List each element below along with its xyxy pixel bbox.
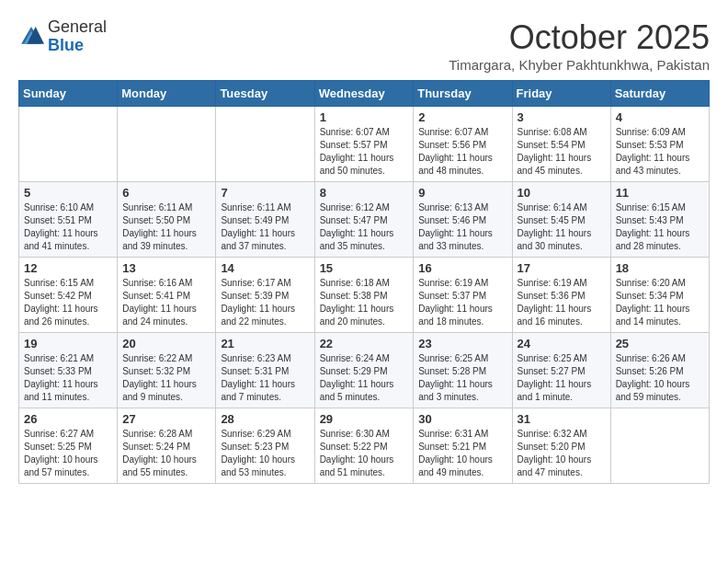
col-wednesday: Wednesday: [314, 81, 414, 107]
day-number: 4: [616, 110, 704, 124]
calendar-cell: 24Sunrise: 6:25 AM Sunset: 5:27 PM Dayli…: [512, 333, 610, 408]
calendar-cell: 1Sunrise: 6:07 AM Sunset: 5:57 PM Daylig…: [314, 107, 414, 182]
calendar-week-1: 5Sunrise: 6:10 AM Sunset: 5:51 PM Daylig…: [19, 182, 710, 258]
col-tuesday: Tuesday: [216, 81, 314, 107]
day-info: Sunrise: 6:30 AM Sunset: 5:22 PM Dayligh…: [320, 428, 409, 479]
calendar-cell: 23Sunrise: 6:25 AM Sunset: 5:28 PM Dayli…: [414, 333, 512, 408]
col-thursday: Thursday: [414, 81, 512, 107]
month-title: October 2025: [449, 18, 710, 57]
day-info: Sunrise: 6:21 AM Sunset: 5:33 PM Dayligh…: [24, 352, 112, 404]
day-info: Sunrise: 6:17 AM Sunset: 5:39 PM Dayligh…: [221, 277, 309, 328]
day-info: Sunrise: 6:29 AM Sunset: 5:23 PM Dayligh…: [221, 428, 309, 479]
day-number: 9: [418, 186, 506, 200]
calendar-cell: 14Sunrise: 6:17 AM Sunset: 5:39 PM Dayli…: [216, 258, 314, 333]
calendar-cell: 4Sunrise: 6:09 AM Sunset: 5:53 PM Daylig…: [610, 107, 709, 182]
calendar-table: Sunday Monday Tuesday Wednesday Thursday…: [18, 80, 710, 484]
calendar-week-3: 19Sunrise: 6:21 AM Sunset: 5:33 PM Dayli…: [19, 333, 710, 408]
day-info: Sunrise: 6:20 AM Sunset: 5:34 PM Dayligh…: [616, 277, 704, 328]
calendar-cell: 11Sunrise: 6:15 AM Sunset: 5:43 PM Dayli…: [610, 182, 709, 258]
day-number: 8: [320, 186, 409, 200]
col-friday: Friday: [512, 81, 610, 107]
day-number: 14: [221, 261, 309, 275]
day-info: Sunrise: 6:11 AM Sunset: 5:49 PM Dayligh…: [221, 201, 309, 253]
day-number: 17: [518, 261, 606, 275]
logo-text: General Blue: [48, 18, 107, 55]
day-number: 2: [418, 110, 506, 124]
calendar-cell: 5Sunrise: 6:10 AM Sunset: 5:51 PM Daylig…: [19, 182, 118, 258]
calendar-cell: 28Sunrise: 6:29 AM Sunset: 5:23 PM Dayli…: [216, 408, 314, 484]
calendar-cell: [216, 107, 314, 182]
calendar-cell: 31Sunrise: 6:32 AM Sunset: 5:20 PM Dayli…: [512, 408, 610, 484]
calendar-cell: [19, 107, 118, 182]
calendar-cell: 16Sunrise: 6:19 AM Sunset: 5:37 PM Dayli…: [414, 258, 512, 333]
day-info: Sunrise: 6:07 AM Sunset: 5:57 PM Dayligh…: [320, 126, 409, 178]
day-info: Sunrise: 6:22 AM Sunset: 5:32 PM Dayligh…: [122, 352, 210, 404]
day-number: 30: [418, 412, 506, 426]
logo-icon: [18, 24, 44, 50]
day-number: 21: [221, 337, 309, 350]
day-info: Sunrise: 6:15 AM Sunset: 5:43 PM Dayligh…: [616, 201, 704, 253]
calendar-cell: 22Sunrise: 6:24 AM Sunset: 5:29 PM Dayli…: [314, 333, 414, 408]
calendar-cell: [610, 408, 709, 484]
location-title: Timargara, Khyber Pakhtunkhwa, Pakistan: [449, 57, 710, 73]
calendar-cell: 6Sunrise: 6:11 AM Sunset: 5:50 PM Daylig…: [118, 182, 216, 258]
day-info: Sunrise: 6:27 AM Sunset: 5:25 PM Dayligh…: [24, 428, 112, 479]
day-info: Sunrise: 6:08 AM Sunset: 5:54 PM Dayligh…: [518, 126, 606, 178]
calendar-cell: 2Sunrise: 6:07 AM Sunset: 5:56 PM Daylig…: [414, 107, 512, 182]
calendar-cell: 18Sunrise: 6:20 AM Sunset: 5:34 PM Dayli…: [610, 258, 709, 333]
calendar-cell: 10Sunrise: 6:14 AM Sunset: 5:45 PM Dayli…: [512, 182, 610, 258]
day-number: 11: [616, 186, 704, 200]
day-number: 31: [518, 412, 606, 426]
day-number: 3: [518, 110, 606, 124]
day-info: Sunrise: 6:11 AM Sunset: 5:50 PM Dayligh…: [122, 201, 210, 253]
day-number: 13: [122, 261, 210, 275]
day-number: 16: [418, 261, 506, 275]
day-number: 6: [122, 186, 210, 200]
calendar-cell: 19Sunrise: 6:21 AM Sunset: 5:33 PM Dayli…: [19, 333, 118, 408]
calendar-cell: 25Sunrise: 6:26 AM Sunset: 5:26 PM Dayli…: [610, 333, 709, 408]
calendar-cell: 29Sunrise: 6:30 AM Sunset: 5:22 PM Dayli…: [314, 408, 414, 484]
day-info: Sunrise: 6:28 AM Sunset: 5:24 PM Dayligh…: [122, 428, 210, 479]
day-number: 12: [24, 261, 112, 275]
calendar-cell: 3Sunrise: 6:08 AM Sunset: 5:54 PM Daylig…: [512, 107, 610, 182]
day-number: 18: [616, 261, 704, 275]
day-info: Sunrise: 6:10 AM Sunset: 5:51 PM Dayligh…: [24, 201, 112, 253]
calendar-cell: 8Sunrise: 6:12 AM Sunset: 5:47 PM Daylig…: [314, 182, 414, 258]
day-info: Sunrise: 6:24 AM Sunset: 5:29 PM Dayligh…: [320, 352, 409, 404]
calendar-week-0: 1Sunrise: 6:07 AM Sunset: 5:57 PM Daylig…: [19, 107, 710, 182]
logo: General Blue: [18, 18, 107, 55]
day-info: Sunrise: 6:14 AM Sunset: 5:45 PM Dayligh…: [518, 201, 606, 253]
day-number: 1: [320, 110, 409, 124]
day-info: Sunrise: 6:13 AM Sunset: 5:46 PM Dayligh…: [418, 201, 506, 253]
calendar-cell: 20Sunrise: 6:22 AM Sunset: 5:32 PM Dayli…: [118, 333, 216, 408]
day-number: 7: [221, 186, 309, 200]
day-number: 22: [320, 337, 409, 350]
calendar-cell: 17Sunrise: 6:19 AM Sunset: 5:36 PM Dayli…: [512, 258, 610, 333]
day-info: Sunrise: 6:15 AM Sunset: 5:42 PM Dayligh…: [24, 277, 112, 328]
day-info: Sunrise: 6:19 AM Sunset: 5:37 PM Dayligh…: [418, 277, 506, 328]
day-info: Sunrise: 6:25 AM Sunset: 5:28 PM Dayligh…: [418, 352, 506, 404]
day-number: 15: [320, 261, 409, 275]
day-info: Sunrise: 6:31 AM Sunset: 5:21 PM Dayligh…: [418, 428, 506, 479]
day-number: 24: [518, 337, 606, 350]
col-saturday: Saturday: [610, 81, 709, 107]
calendar-cell: 13Sunrise: 6:16 AM Sunset: 5:41 PM Dayli…: [118, 258, 216, 333]
day-number: 19: [24, 337, 112, 350]
day-info: Sunrise: 6:07 AM Sunset: 5:56 PM Dayligh…: [418, 126, 506, 178]
day-info: Sunrise: 6:09 AM Sunset: 5:53 PM Dayligh…: [616, 126, 704, 178]
calendar-cell: 26Sunrise: 6:27 AM Sunset: 5:25 PM Dayli…: [19, 408, 118, 484]
calendar-week-4: 26Sunrise: 6:27 AM Sunset: 5:25 PM Dayli…: [19, 408, 710, 484]
calendar-cell: [118, 107, 216, 182]
day-number: 23: [418, 337, 506, 350]
col-monday: Monday: [118, 81, 216, 107]
page: General Blue October 2025 Timargara, Khy…: [0, 0, 728, 493]
calendar-header-row: Sunday Monday Tuesday Wednesday Thursday…: [19, 81, 710, 107]
day-info: Sunrise: 6:25 AM Sunset: 5:27 PM Dayligh…: [518, 352, 606, 404]
header: General Blue October 2025 Timargara, Khy…: [18, 18, 710, 73]
day-number: 28: [221, 412, 309, 426]
day-number: 5: [24, 186, 112, 200]
calendar-cell: 21Sunrise: 6:23 AM Sunset: 5:31 PM Dayli…: [216, 333, 314, 408]
calendar-cell: 7Sunrise: 6:11 AM Sunset: 5:49 PM Daylig…: [216, 182, 314, 258]
day-info: Sunrise: 6:26 AM Sunset: 5:26 PM Dayligh…: [616, 352, 704, 404]
day-info: Sunrise: 6:19 AM Sunset: 5:36 PM Dayligh…: [518, 277, 606, 328]
